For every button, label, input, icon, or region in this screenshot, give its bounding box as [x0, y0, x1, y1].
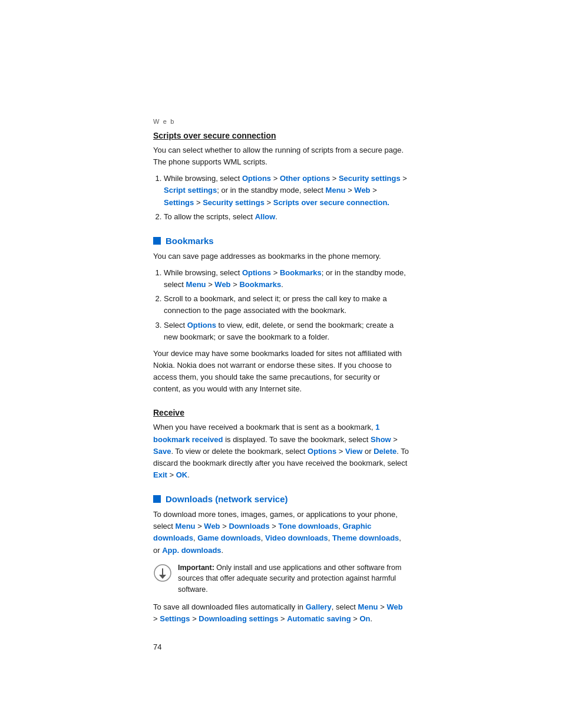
web-link[interactable]: Web [214, 280, 230, 289]
bookmarks-outro: Your device may have some bookmarks load… [153, 348, 409, 396]
downloads-section: Downloads (network service) To download … [153, 494, 409, 625]
page-number: 74 [153, 643, 409, 651]
downloads-link[interactable]: Downloads [229, 522, 269, 531]
downloads-outro: To save all downloaded files automatical… [153, 601, 409, 625]
important-icon [153, 564, 172, 582]
view-link[interactable]: View [345, 447, 362, 456]
scripts-list: While browsing, select Options > Other o… [164, 173, 409, 223]
settings-link[interactable]: Settings [160, 614, 190, 623]
bookmarks-intro: You can save page addresses as bookmarks… [153, 251, 409, 262]
bookmark-received-link[interactable]: 1 bookmark received [153, 423, 379, 443]
other-options-link[interactable]: Other options [280, 174, 330, 183]
web-link[interactable]: Web [204, 522, 220, 531]
settings-link[interactable]: Settings [164, 198, 194, 207]
bookmarks-heading: Bookmarks [153, 236, 409, 246]
section-label: W e b [153, 118, 409, 125]
show-link[interactable]: Show [371, 435, 391, 444]
scripts-heading: Scripts over secure connection [153, 131, 409, 140]
app-downloads-link[interactable]: App. downloads [162, 546, 221, 555]
blue-square-icon [153, 495, 161, 503]
exit-link[interactable]: Exit [153, 470, 167, 479]
list-item: Select Options to view, edit, delete, or… [164, 319, 409, 343]
page: W e b Scripts over secure connection You… [0, 0, 562, 728]
scripts-intro: You can select whether to allow the runn… [153, 144, 409, 168]
downloads-intro: To download more tones, images, games, o… [153, 509, 409, 556]
allow-link[interactable]: Allow [255, 212, 276, 221]
options-link[interactable]: Options [242, 174, 271, 183]
options-link[interactable]: Options [308, 447, 336, 456]
note-text: Important: Only install and use applicat… [178, 562, 409, 595]
save-link[interactable]: Save [153, 447, 171, 456]
bookmarks-title: Bookmarks [166, 236, 214, 246]
tone-downloads-link[interactable]: Tone downloads [279, 522, 339, 531]
list-item-text: Scroll to a bookmark, and select it; or … [164, 294, 387, 315]
on-link[interactable]: On [359, 614, 370, 623]
list-item: While browsing, select Options > Bookmar… [164, 267, 409, 291]
list-item-text: Select Options to view, edit, delete, or… [164, 321, 394, 341]
security-settings-link[interactable]: Security settings [339, 174, 401, 183]
options-link[interactable]: Options [187, 321, 216, 330]
bookmarks-link2[interactable]: Bookmarks [239, 280, 281, 289]
web-link[interactable]: Web [354, 186, 370, 195]
list-item: To allow the scripts, select Allow. [164, 211, 409, 223]
menu-link[interactable]: Menu [326, 186, 346, 195]
automatic-saving-link[interactable]: Automatic saving [287, 614, 351, 623]
receive-heading: Receive [153, 408, 409, 417]
list-item-text: To allow the scripts, select Allow. [164, 212, 277, 221]
list-item: Scroll to a bookmark, and select it; or … [164, 293, 409, 317]
list-item-text: While browsing, select Options > Bookmar… [164, 268, 406, 289]
bookmarks-list: While browsing, select Options > Bookmar… [164, 267, 409, 343]
theme-downloads-link[interactable]: Theme downloads [332, 533, 399, 542]
game-downloads-link[interactable]: Game downloads [197, 533, 261, 542]
menu-link[interactable]: Menu [176, 522, 196, 531]
ok-link[interactable]: OK [176, 470, 188, 479]
bookmarks-link[interactable]: Bookmarks [280, 268, 322, 277]
scripts-secure-link[interactable]: Scripts over secure connection. [273, 198, 389, 207]
script-settings-link[interactable]: Script settings [164, 186, 217, 195]
options-link[interactable]: Options [242, 268, 271, 277]
blue-square-icon [153, 237, 161, 245]
list-item-text: While browsing, select Options > Other o… [164, 174, 407, 206]
downloading-settings-link[interactable]: Downloading settings [199, 614, 278, 623]
bookmarks-section: Bookmarks You can save page addresses as… [153, 236, 409, 396]
video-downloads-link[interactable]: Video downloads [265, 533, 328, 542]
downloads-heading: Downloads (network service) [153, 494, 409, 504]
receive-body: When you have received a bookmark that i… [153, 421, 409, 481]
list-item: While browsing, select Options > Other o… [164, 173, 409, 208]
downloads-title: Downloads (network service) [166, 494, 288, 504]
menu-link[interactable]: Menu [358, 602, 378, 611]
important-label: Important: [178, 564, 214, 572]
note-box: Important: Only install and use applicat… [153, 562, 409, 595]
delete-link[interactable]: Delete [373, 447, 396, 456]
web-link[interactable]: Web [386, 602, 402, 611]
scripts-section: Scripts over secure connection You can s… [153, 131, 409, 223]
receive-section: Receive When you have received a bookmar… [153, 408, 409, 481]
gallery-link[interactable]: Gallery [306, 602, 332, 611]
security-settings-link2[interactable]: Security settings [203, 198, 265, 207]
menu-link[interactable]: Menu [186, 280, 206, 289]
